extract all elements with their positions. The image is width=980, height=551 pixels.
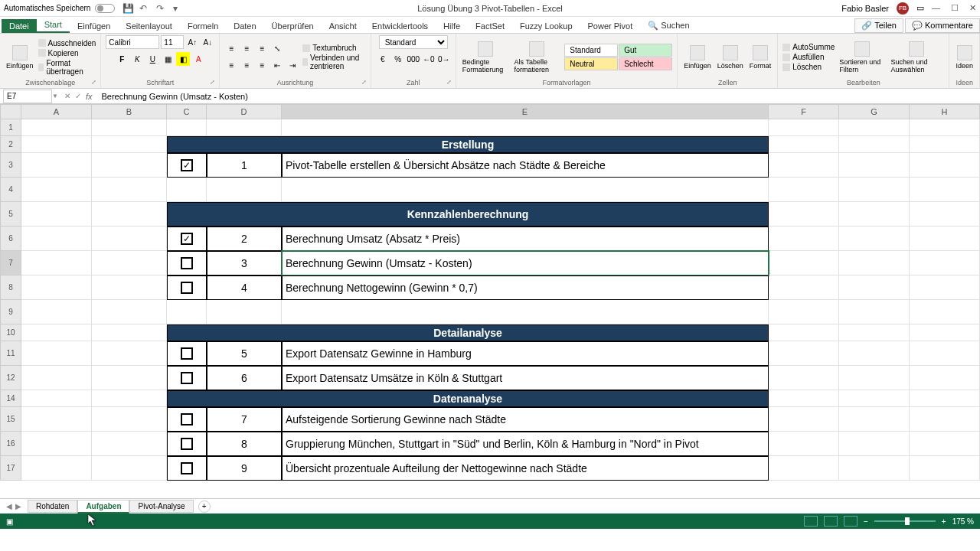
row-header[interactable]: 1 bbox=[0, 119, 21, 136]
checkbox-cell[interactable]: ✓ bbox=[167, 153, 207, 178]
ribbon-display-icon[interactable]: ▭ bbox=[916, 3, 924, 13]
row-header[interactable]: 10 bbox=[0, 324, 21, 341]
format-painter-button[interactable]: Format übertragen bbox=[38, 59, 96, 76]
find-button[interactable]: Suchen und Auswählen bbox=[889, 40, 944, 75]
indent-inc-icon[interactable]: ⇥ bbox=[286, 59, 299, 73]
number-format-select[interactable]: Standard bbox=[379, 35, 448, 49]
fill-color-button[interactable]: ◧ bbox=[176, 52, 190, 66]
view-pagebreak-icon[interactable] bbox=[844, 516, 858, 527]
number-cell[interactable]: 9 bbox=[207, 456, 282, 481]
share-button[interactable]: 🔗 Teilen bbox=[854, 18, 903, 33]
sort-filter-button[interactable]: Sortieren und Filtern bbox=[838, 40, 886, 75]
tab-file[interactable]: Datei bbox=[2, 19, 37, 33]
number-cell[interactable]: 1 bbox=[207, 153, 282, 178]
row-header[interactable]: 9 bbox=[0, 300, 21, 324]
dialog-launcher-icon[interactable]: ⤢ bbox=[361, 79, 369, 86]
ideas-button[interactable]: Ideen bbox=[954, 44, 975, 71]
checkbox-cell[interactable] bbox=[167, 432, 207, 456]
row-header[interactable]: 7 bbox=[0, 251, 21, 276]
row-header[interactable]: 4 bbox=[0, 178, 21, 202]
maximize-icon[interactable]: ☐ bbox=[951, 3, 959, 13]
enter-formula-icon[interactable]: ✓ bbox=[75, 92, 81, 101]
text-cell[interactable]: Berechnung Gewinn (Umsatz - Kosten) bbox=[282, 251, 769, 276]
text-cell[interactable]: Übersicht prozentuale Aufteilung der Net… bbox=[282, 456, 769, 481]
checkbox-cell[interactable]: ✓ bbox=[167, 227, 207, 251]
sheet-next-icon[interactable]: ▶ bbox=[15, 502, 21, 510]
cancel-formula-icon[interactable]: ✕ bbox=[64, 92, 70, 101]
formula-input[interactable]: Berechnung Gewinn (Umsatz - Kosten) bbox=[98, 92, 980, 101]
fx-icon[interactable]: fx bbox=[86, 92, 93, 101]
align-top-icon[interactable]: ≡ bbox=[224, 42, 238, 56]
checkbox-cell[interactable] bbox=[167, 456, 207, 481]
decimal-dec-icon[interactable]: 0→ bbox=[437, 52, 451, 66]
qat-dropdown-icon[interactable]: ▾ bbox=[173, 3, 184, 14]
row-header[interactable]: 6 bbox=[0, 227, 21, 251]
decimal-inc-icon[interactable]: ←0 bbox=[422, 52, 436, 66]
number-cell[interactable]: 4 bbox=[207, 276, 282, 300]
tab-powerpivot[interactable]: Power Pivot bbox=[580, 19, 641, 33]
spreadsheet-grid[interactable]: A B C D E F G H 1 2 Erstellung 3 ✓ 1 Piv… bbox=[0, 104, 980, 498]
col-header[interactable]: E bbox=[282, 104, 769, 119]
row-header[interactable]: 15 bbox=[0, 407, 21, 432]
row-header[interactable]: 8 bbox=[0, 276, 21, 300]
col-header[interactable]: H bbox=[910, 104, 980, 119]
section-header[interactable]: Erstellung bbox=[167, 136, 769, 153]
save-icon[interactable]: 💾 bbox=[122, 3, 133, 14]
search-button[interactable]: 🔍 Suchen bbox=[640, 18, 697, 33]
number-cell[interactable]: 3 bbox=[207, 251, 282, 276]
dialog-launcher-icon[interactable]: ⤢ bbox=[210, 79, 217, 86]
align-mid-icon[interactable]: ≡ bbox=[240, 42, 253, 56]
text-cell[interactable]: Pivot-Tabelle erstellen & Übersicht Absä… bbox=[282, 153, 769, 178]
record-macro-icon[interactable]: ▣ bbox=[6, 517, 13, 526]
tab-review[interactable]: Überprüfen bbox=[264, 19, 322, 33]
tab-formulas[interactable]: Formeln bbox=[180, 19, 226, 33]
sheet-tab[interactable]: Aufgaben bbox=[77, 500, 129, 514]
currency-icon[interactable]: € bbox=[376, 52, 390, 66]
section-header[interactable]: Detailanalyse bbox=[167, 324, 769, 341]
tab-fuzzy[interactable]: Fuzzy Lookup bbox=[512, 19, 580, 33]
paste-button[interactable]: Einfügen bbox=[5, 44, 35, 71]
row-header[interactable]: 12 bbox=[0, 366, 21, 390]
row-header[interactable]: 17 bbox=[0, 456, 21, 481]
col-header[interactable]: B bbox=[92, 104, 167, 119]
checkbox-cell[interactable] bbox=[167, 341, 207, 366]
style-schlecht[interactable]: Schlecht bbox=[619, 57, 672, 70]
section-header[interactable]: Datenanalyse bbox=[167, 390, 769, 407]
minimize-icon[interactable]: — bbox=[932, 3, 940, 13]
zoom-slider[interactable] bbox=[874, 520, 936, 522]
text-cell[interactable]: Berechnung Nettogewinn (Gewinn * 0,7) bbox=[282, 276, 769, 300]
name-box[interactable]: E7 bbox=[3, 90, 52, 103]
close-icon[interactable]: ✕ bbox=[969, 3, 976, 13]
tab-start[interactable]: Start bbox=[37, 18, 70, 33]
zoom-level[interactable]: 175 % bbox=[952, 517, 974, 526]
tab-developer[interactable]: Entwicklertools bbox=[364, 19, 436, 33]
align-center-icon[interactable]: ≡ bbox=[240, 59, 253, 73]
indent-dec-icon[interactable]: ⇤ bbox=[270, 59, 284, 73]
add-sheet-button[interactable]: + bbox=[198, 500, 211, 513]
cut-button[interactable]: Ausschneiden bbox=[38, 39, 96, 47]
number-cell[interactable]: 6 bbox=[207, 366, 282, 390]
style-gut[interactable]: Gut bbox=[619, 44, 672, 57]
row-header[interactable]: 11 bbox=[0, 341, 21, 366]
tab-insert[interactable]: Einfügen bbox=[70, 19, 118, 33]
underline-button[interactable]: U bbox=[145, 52, 159, 66]
text-cell[interactable]: Export Datensatz Umsätze in Köln & Stutt… bbox=[282, 366, 769, 390]
col-header[interactable]: C bbox=[167, 104, 207, 119]
cond-format-button[interactable]: Bedingte Formatierung bbox=[461, 40, 510, 75]
font-grow-icon[interactable]: A↑ bbox=[185, 35, 199, 49]
dialog-launcher-icon[interactable]: ⤢ bbox=[91, 79, 99, 86]
sheet-tab[interactable]: Pivot-Analyse bbox=[129, 500, 193, 513]
copy-button[interactable]: Kopieren bbox=[38, 49, 96, 57]
comments-button[interactable]: 💬 Kommentare bbox=[905, 18, 980, 33]
zoom-in-icon[interactable]: + bbox=[942, 517, 946, 526]
autosum-button[interactable]: AutoSumme bbox=[782, 43, 835, 51]
comma-icon[interactable]: 000 bbox=[407, 52, 420, 66]
sheet-prev-icon[interactable]: ◀ bbox=[6, 502, 12, 510]
format-cells-button[interactable]: Format bbox=[748, 44, 773, 71]
view-pagelayout-icon[interactable] bbox=[824, 516, 838, 527]
border-button[interactable]: ▦ bbox=[161, 52, 175, 66]
orientation-icon[interactable]: ⤡ bbox=[270, 42, 284, 56]
merge-button[interactable]: Verbinden und zentrieren bbox=[302, 54, 365, 70]
checkbox-cell[interactable] bbox=[167, 251, 207, 276]
zoom-out-icon[interactable]: − bbox=[864, 517, 868, 526]
